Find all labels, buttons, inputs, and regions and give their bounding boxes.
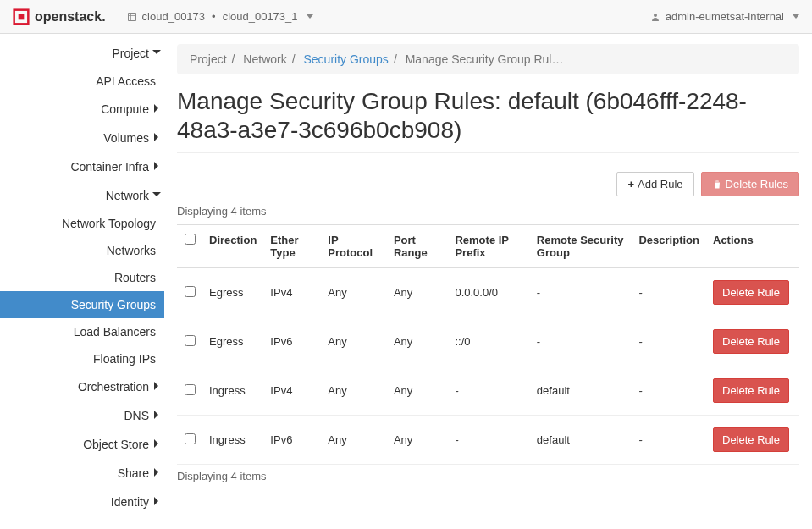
select-all-header bbox=[177, 225, 202, 268]
breadcrumb-security-groups[interactable]: Security Groups bbox=[304, 52, 389, 66]
select-all-checkbox[interactable] bbox=[185, 234, 196, 245]
row-checkbox[interactable] bbox=[185, 433, 196, 444]
chevron-icon bbox=[149, 466, 164, 480]
nav-networks[interactable]: Networks bbox=[0, 237, 164, 264]
col-description[interactable]: Description bbox=[632, 225, 706, 268]
rules-table: Direction Ether Type IP Protocol Port Ra… bbox=[177, 224, 799, 465]
delete-rule-button[interactable]: Delete Rule bbox=[713, 280, 789, 305]
add-rule-button[interactable]: + Add Rule bbox=[616, 172, 693, 196]
plus-icon: + bbox=[627, 178, 634, 190]
nav-identity[interactable]: Identity bbox=[0, 488, 164, 516]
sidebar: Project API Access Compute Volumes Conta… bbox=[0, 34, 164, 516]
user-name: admin-eumetsat-internal bbox=[666, 10, 784, 23]
cell-description: - bbox=[632, 317, 706, 366]
cell-remote-sg: - bbox=[530, 317, 632, 366]
nav-compute[interactable]: Compute bbox=[0, 95, 164, 124]
col-direction[interactable]: Direction bbox=[202, 225, 263, 268]
col-actions: Actions bbox=[706, 225, 799, 268]
svg-point-2 bbox=[654, 14, 657, 17]
chevron-icon bbox=[149, 495, 164, 509]
context-selector[interactable]: cloud_00173 • cloud_00173_1 bbox=[127, 10, 313, 23]
nav-project[interactable]: Project bbox=[0, 39, 164, 68]
cell-port-range: Any bbox=[387, 416, 449, 465]
svg-rect-1 bbox=[19, 14, 25, 19]
col-ip-protocol[interactable]: IP Protocol bbox=[321, 225, 387, 268]
breadcrumb: Project/ Network/ Security Groups/ Manag… bbox=[177, 44, 799, 74]
col-remote-ip[interactable]: Remote IP Prefix bbox=[448, 225, 529, 268]
nav-api-access[interactable]: API Access bbox=[0, 68, 164, 95]
chevron-icon bbox=[149, 160, 164, 174]
nav-volumes[interactable]: Volumes bbox=[0, 124, 164, 152]
table-row: IngressIPv4AnyAny-default-Delete Rule bbox=[177, 366, 799, 416]
cell-port-range: Any bbox=[387, 317, 449, 366]
cell-description: - bbox=[632, 416, 706, 465]
cell-direction: Egress bbox=[202, 317, 263, 366]
row-checkbox[interactable] bbox=[185, 335, 196, 346]
delete-rule-button[interactable]: Delete Rule bbox=[713, 427, 789, 452]
chevron-down-icon bbox=[307, 14, 313, 19]
page-title: Manage Security Group Rules: default (6b… bbox=[177, 87, 799, 153]
chevron-icon bbox=[149, 189, 164, 202]
cell-description: - bbox=[632, 366, 706, 416]
nav-network-topology[interactable]: Network Topology bbox=[0, 210, 164, 237]
brand-logo[interactable]: openstack. bbox=[13, 8, 106, 25]
nav-floating-ips[interactable]: Floating IPs bbox=[0, 345, 164, 372]
cell-direction: Egress bbox=[202, 268, 263, 317]
chevron-icon bbox=[149, 47, 164, 60]
nav-object-store[interactable]: Object Store bbox=[0, 430, 164, 459]
count-label-top: Displaying 4 items bbox=[177, 205, 799, 218]
cell-ip-protocol: Any bbox=[321, 317, 387, 366]
cell-ip-protocol: Any bbox=[321, 268, 387, 317]
cell-ip-protocol: Any bbox=[321, 416, 387, 465]
chevron-icon bbox=[149, 131, 164, 145]
nav-security-groups[interactable]: Security Groups bbox=[0, 291, 164, 318]
context-project: cloud_00173_1 bbox=[223, 10, 298, 23]
main-content: Project/ Network/ Security Groups/ Manag… bbox=[164, 34, 812, 516]
chevron-down-icon bbox=[793, 14, 799, 19]
user-icon bbox=[650, 12, 660, 22]
chevron-icon bbox=[149, 102, 164, 116]
cell-remote-ip: - bbox=[448, 366, 529, 416]
table-row: IngressIPv6AnyAny-default-Delete Rule bbox=[177, 416, 799, 465]
cell-ip-protocol: Any bbox=[321, 366, 387, 416]
context-region: cloud_00173 bbox=[142, 10, 205, 23]
cell-ether-type: IPv6 bbox=[263, 416, 321, 465]
row-checkbox[interactable] bbox=[185, 286, 196, 297]
context-separator: • bbox=[212, 10, 216, 23]
openstack-icon bbox=[13, 8, 30, 25]
cell-remote-sg: default bbox=[530, 366, 632, 416]
cell-remote-sg: default bbox=[530, 416, 632, 465]
col-remote-sg[interactable]: Remote Security Group bbox=[530, 225, 632, 268]
nav-routers[interactable]: Routers bbox=[0, 264, 164, 291]
nav-share[interactable]: Share bbox=[0, 459, 164, 488]
nav-dns[interactable]: DNS bbox=[0, 401, 164, 430]
topbar: openstack. cloud_00173 • cloud_00173_1 a… bbox=[0, 0, 812, 34]
col-port-range[interactable]: Port Range bbox=[387, 225, 449, 268]
domain-icon bbox=[127, 12, 137, 22]
cell-description: - bbox=[632, 268, 706, 317]
delete-rule-button[interactable]: Delete Rule bbox=[713, 378, 789, 403]
nav-network[interactable]: Network bbox=[0, 181, 164, 210]
user-menu[interactable]: admin-eumetsat-internal bbox=[650, 10, 799, 23]
cell-remote-sg: - bbox=[530, 268, 632, 317]
trash-icon bbox=[712, 179, 722, 190]
nav-load-balancers[interactable]: Load Balancers bbox=[0, 318, 164, 345]
count-label-bottom: Displaying 4 items bbox=[177, 470, 799, 482]
chevron-icon bbox=[149, 409, 164, 422]
breadcrumb-project[interactable]: Project bbox=[190, 52, 227, 66]
breadcrumb-current: Manage Security Group Rul… bbox=[406, 52, 564, 66]
actions-row: + Add Rule Delete Rules bbox=[177, 172, 799, 196]
row-checkbox[interactable] bbox=[185, 384, 196, 395]
nav-orchestration[interactable]: Orchestration bbox=[0, 372, 164, 401]
cell-direction: Ingress bbox=[202, 416, 263, 465]
col-ether-type[interactable]: Ether Type bbox=[263, 225, 321, 268]
chevron-icon bbox=[149, 438, 164, 451]
cell-port-range: Any bbox=[387, 366, 449, 416]
nav-container-infra[interactable]: Container Infra bbox=[0, 152, 164, 181]
table-row: EgressIPv6AnyAny::/0--Delete Rule bbox=[177, 317, 799, 366]
delete-rules-button[interactable]: Delete Rules bbox=[701, 172, 799, 196]
delete-rule-button[interactable]: Delete Rule bbox=[713, 329, 789, 354]
cell-port-range: Any bbox=[387, 268, 449, 317]
cell-remote-ip: 0.0.0.0/0 bbox=[448, 268, 529, 317]
breadcrumb-network[interactable]: Network bbox=[243, 52, 286, 66]
